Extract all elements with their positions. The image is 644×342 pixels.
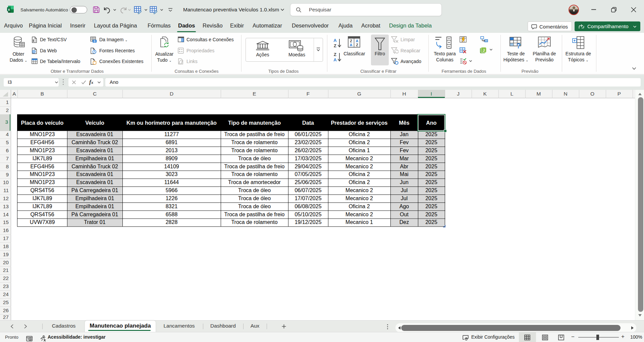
svg-text:Z: Z (334, 52, 336, 57)
svg-text:J: J (483, 48, 485, 52)
svg-text:x: x (8, 8, 10, 11)
svg-text:Z: Z (334, 43, 336, 48)
svg-text:Z: Z (356, 43, 358, 47)
svg-text:?: ? (516, 42, 521, 49)
svg-text:A: A (333, 38, 337, 43)
svg-text:A: A (350, 43, 353, 47)
svg-text:Z: Z (350, 39, 352, 43)
svg-text:A: A (333, 57, 337, 62)
svg-text:A: A (356, 39, 359, 43)
